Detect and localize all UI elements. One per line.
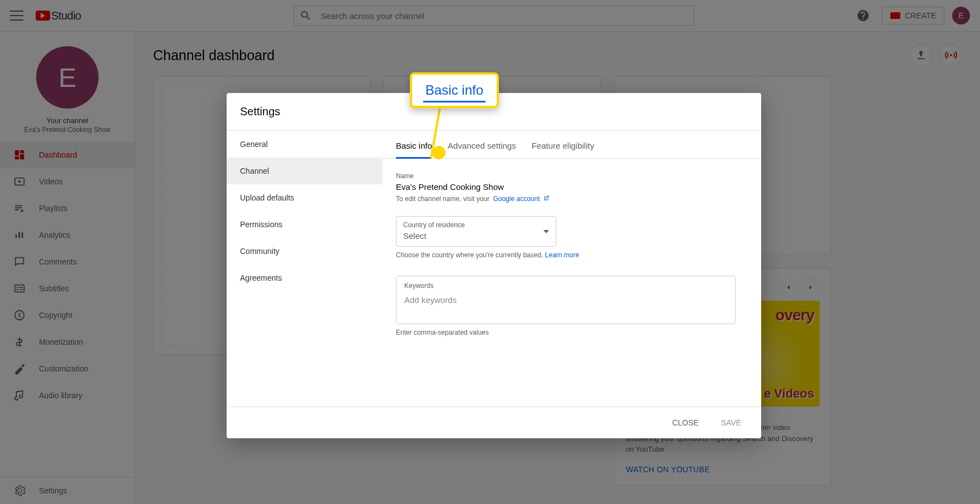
dialog-nav-general[interactable]: General — [227, 131, 383, 158]
save-button[interactable]: SAVE — [712, 414, 750, 432]
dialog-nav-upload-defaults[interactable]: Upload defaults — [227, 184, 383, 211]
keywords-field[interactable]: Keywords Add keywords — [396, 276, 736, 324]
country-select-value: Select — [403, 231, 549, 241]
tab-feature-eligibility[interactable]: Feature eligibility — [532, 131, 595, 158]
callout-label: Basic info — [425, 82, 483, 98]
country-helper: Choose the country where you're currentl… — [396, 251, 748, 259]
dialog-nav-channel[interactable]: Channel — [227, 158, 383, 184]
dialog-nav-community[interactable]: Community — [227, 238, 383, 265]
edit-note-text: To edit channel name, visit your — [396, 195, 489, 203]
edit-name-note: To edit channel name, visit your Google … — [396, 195, 748, 203]
callout-basic-info: Basic info — [410, 72, 499, 108]
dialog-nav-permissions[interactable]: Permissions — [227, 211, 383, 238]
dialog-body: General Channel Upload defaults Permissi… — [227, 130, 761, 407]
dialog-nav-agreements[interactable]: Agreements — [227, 265, 383, 291]
country-select[interactable]: Country of residence Select — [396, 216, 556, 247]
dialog-content: Basic info Advanced settings Feature eli… — [383, 131, 761, 407]
keywords-placeholder: Add keywords — [404, 295, 727, 305]
dialog-actions: CLOSE SAVE — [227, 407, 761, 438]
tab-basic-info[interactable]: Basic info — [396, 131, 432, 158]
chevron-down-icon — [543, 230, 549, 233]
keywords-label: Keywords — [404, 282, 727, 290]
open-external-icon — [543, 195, 550, 202]
tab-advanced-settings[interactable]: Advanced settings — [448, 131, 516, 158]
dialog-nav: General Channel Upload defaults Permissi… — [227, 131, 383, 407]
name-field-value: Eva's Pretend Cooking Show — [396, 182, 748, 192]
learn-more-link[interactable]: Learn more — [545, 251, 579, 259]
close-button[interactable]: CLOSE — [663, 414, 707, 432]
basic-info-pane: Name Eva's Pretend Cooking Show To edit … — [383, 159, 761, 350]
callout-pointer-dot — [432, 146, 445, 159]
google-account-link[interactable]: Google account — [493, 195, 549, 203]
country-select-label: Country of residence — [403, 221, 549, 229]
keywords-helper: Enter comma-separated values — [396, 329, 748, 336]
name-field-label: Name — [396, 172, 748, 180]
settings-dialog: Settings General Channel Upload defaults… — [227, 93, 761, 438]
country-helper-text: Choose the country where you're currentl… — [396, 251, 543, 259]
